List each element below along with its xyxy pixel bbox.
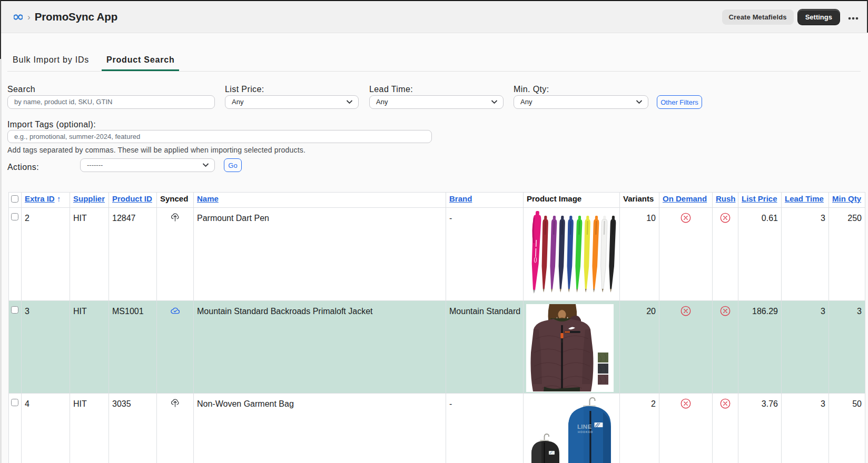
svg-text:LINE: LINE: [577, 424, 591, 430]
svg-text:HOOKED: HOOKED: [578, 430, 593, 434]
